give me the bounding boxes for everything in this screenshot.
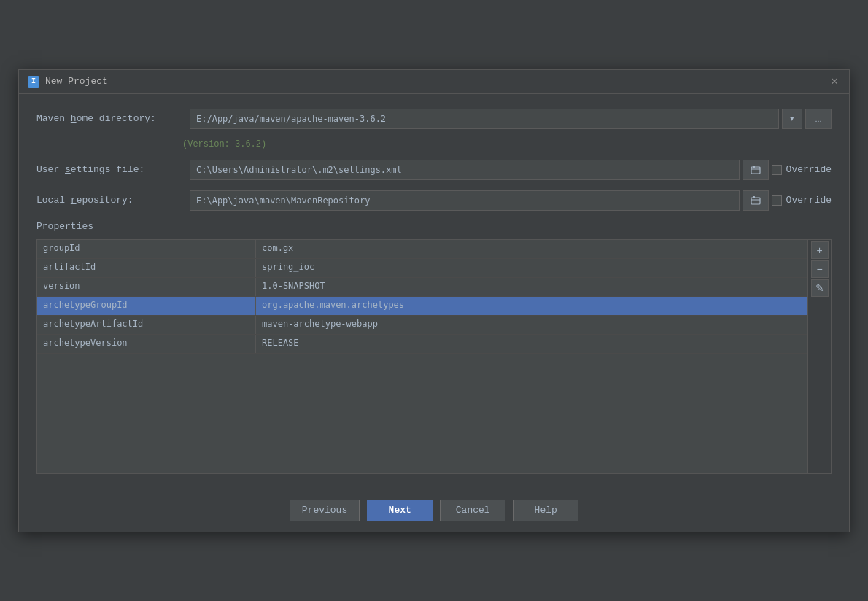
user-settings-browse-button[interactable] bbox=[743, 160, 769, 180]
user-settings-override-checkbox[interactable] bbox=[772, 165, 782, 175]
prop-key: groupId bbox=[37, 240, 256, 258]
next-button[interactable]: Next bbox=[367, 500, 433, 521]
table-row[interactable]: artifactId spring_ioc bbox=[37, 259, 807, 278]
maven-home-browse-button[interactable]: ... bbox=[805, 109, 832, 129]
maven-home-dropdown-button[interactable]: ▾ bbox=[782, 109, 802, 129]
table-empty-area bbox=[37, 354, 807, 470]
svg-rect-2 bbox=[751, 198, 760, 204]
table-row[interactable]: archetypeVersion RELEASE bbox=[37, 335, 807, 354]
local-repo-label: Local repository: bbox=[36, 195, 182, 206]
dialog-title: New Project bbox=[45, 76, 108, 87]
table-row[interactable]: archetypeGroupId org.apache.maven.archet… bbox=[37, 297, 807, 316]
prop-val: com.gx bbox=[256, 240, 807, 258]
prop-val: maven-archetype-webapp bbox=[256, 316, 807, 334]
user-settings-input-wrapper: Override bbox=[190, 160, 832, 180]
properties-actions: + − ✎ bbox=[807, 240, 831, 473]
table-row[interactable]: version 1.0-SNAPSHOT bbox=[37, 278, 807, 297]
prop-val: 1.0-SNAPSHOT bbox=[256, 278, 807, 296]
table-row[interactable]: groupId com.gx bbox=[37, 240, 807, 259]
svg-rect-1 bbox=[753, 166, 755, 168]
user-settings-label: User settings file: bbox=[36, 164, 182, 175]
prop-val: spring_ioc bbox=[256, 259, 807, 277]
user-settings-override-label[interactable]: Override bbox=[786, 164, 832, 175]
table-row[interactable]: archetypeArtifactId maven-archetype-weba… bbox=[37, 316, 807, 335]
prop-key: archetypeGroupId bbox=[37, 297, 256, 315]
title-bar: I New Project ✕ bbox=[19, 70, 849, 94]
maven-home-input-wrapper: ▾ ... bbox=[190, 109, 832, 129]
prop-key: artifactId bbox=[37, 259, 256, 277]
local-repo-override-checkbox[interactable] bbox=[772, 195, 782, 206]
title-bar-left: I New Project bbox=[28, 76, 108, 88]
local-repo-input[interactable] bbox=[190, 190, 740, 211]
properties-table: groupId com.gx artifactId spring_ioc ver… bbox=[37, 240, 807, 473]
prop-key: archetypeArtifactId bbox=[37, 316, 256, 334]
svg-rect-0 bbox=[751, 167, 760, 174]
svg-rect-3 bbox=[753, 196, 755, 198]
properties-section: Properties groupId com.gx artifactId spr… bbox=[36, 221, 832, 474]
prop-key: archetypeVersion bbox=[37, 335, 256, 353]
dialog-footer: Previous Next Cancel Help bbox=[19, 489, 849, 532]
dialog: I New Project ✕ Maven home directory: ▾ … bbox=[18, 69, 850, 532]
properties-container: groupId com.gx artifactId spring_ioc ver… bbox=[36, 239, 832, 474]
dialog-content: Maven home directory: ▾ ... (Version: 3.… bbox=[19, 94, 849, 489]
prop-val: RELEASE bbox=[256, 335, 807, 353]
local-repo-input-wrapper: Override bbox=[190, 190, 832, 211]
local-repo-override-wrapper: Override bbox=[772, 195, 832, 206]
local-repo-override-label[interactable]: Override bbox=[786, 195, 832, 206]
previous-button[interactable]: Previous bbox=[290, 500, 360, 521]
maven-home-row: Maven home directory: ▾ ... bbox=[36, 109, 832, 129]
local-repo-row: Local repository: Override bbox=[36, 190, 832, 211]
user-settings-row: User settings file: Override bbox=[36, 160, 832, 180]
prop-key: version bbox=[37, 278, 256, 296]
maven-home-label: Maven home directory: bbox=[36, 113, 182, 124]
close-button[interactable]: ✕ bbox=[829, 76, 840, 88]
edit-property-button[interactable]: ✎ bbox=[811, 279, 829, 297]
maven-home-input[interactable] bbox=[190, 109, 779, 129]
user-settings-override-wrapper: Override bbox=[772, 164, 832, 175]
prop-val: org.apache.maven.archetypes bbox=[256, 297, 807, 315]
window-wrapper: I New Project ✕ Maven home directory: ▾ … bbox=[0, 0, 868, 601]
help-button[interactable]: Help bbox=[513, 500, 578, 521]
intellij-icon: I bbox=[28, 76, 39, 88]
user-settings-input[interactable] bbox=[190, 160, 740, 180]
add-property-button[interactable]: + bbox=[811, 241, 829, 259]
remove-property-button[interactable]: − bbox=[811, 260, 829, 278]
cancel-button[interactable]: Cancel bbox=[440, 500, 505, 521]
maven-version-text: (Version: 3.6.2) bbox=[36, 139, 832, 150]
properties-label: Properties bbox=[36, 221, 832, 232]
local-repo-browse-button[interactable] bbox=[743, 190, 769, 211]
